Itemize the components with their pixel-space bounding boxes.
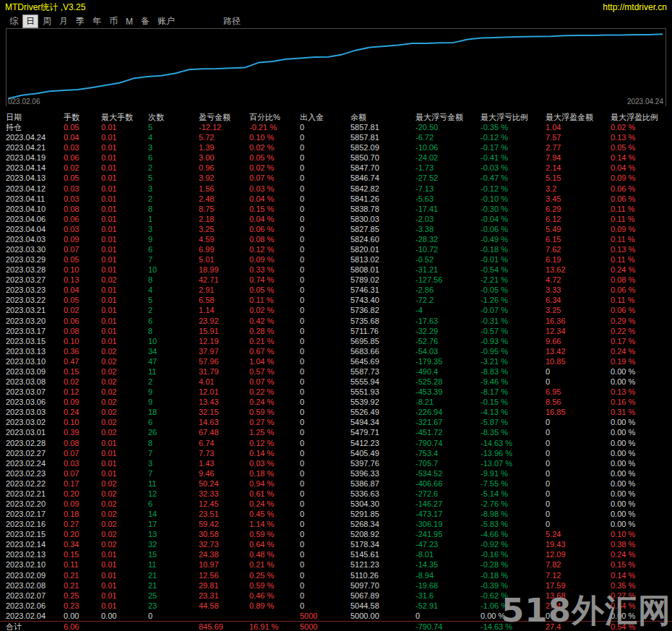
cell: 12	[148, 489, 199, 499]
cell: 0.01	[101, 591, 148, 601]
table-row[interactable]: 2023.03.130.360.023437.970.67 %05683.66-…	[0, 346, 672, 356]
cell: 2023.03.22	[6, 295, 64, 305]
table-row[interactable]: 2023.02.170.180.021423.510.45 %05291.85-…	[0, 509, 672, 519]
cell: 0.11 %	[611, 254, 672, 265]
cell: 0.06	[64, 214, 101, 224]
table-row[interactable]: 2023.03.200.060.01623.920.42 %05735.68-1…	[0, 316, 672, 326]
menu-item-weekly[interactable]: 周	[39, 14, 55, 28]
cell: 2023.03.10	[6, 356, 64, 366]
table-row[interactable]: 2023.04.190.060.0163.000.05 %05850.70-24…	[0, 153, 672, 163]
cell: -8.98 %	[481, 509, 546, 519]
equity-chart: 023.02.06 2023.04.24	[6, 28, 666, 106]
cell: -453.39	[415, 387, 481, 397]
mtdriver-url-link[interactable]: http://mtdriver.cn	[603, 2, 667, 12]
cell: 0.01	[101, 142, 148, 153]
table-row[interactable]: 2023.04.030.090.0194.590.08 %05824.60-28…	[0, 234, 672, 244]
cell: 0.18	[64, 509, 101, 519]
cell: 0.02 %	[249, 142, 300, 153]
table-row[interactable]: 2023.03.060.090.02913.430.24 %05539.92-8…	[0, 397, 672, 407]
table-row[interactable]: 2023.04.140.020.0120.960.02 %05847.70-1.…	[0, 163, 672, 173]
table-row[interactable]: 2023.03.150.100.011012.190.21 %05695.85-…	[0, 336, 672, 346]
menu-item-currency[interactable]: 币	[105, 14, 121, 28]
cell: 4.59	[199, 234, 249, 244]
table-row[interactable]: 2023.04.110.030.0122.480.04 %05841.26-5.…	[0, 194, 672, 204]
table-row[interactable]: 2023.03.100.470.024757.961.04 %05645.69-…	[0, 356, 672, 366]
table-row[interactable]: 2023.03.090.150.021131.790.57 %05587.73-…	[0, 366, 672, 377]
cell: -8.17 %	[481, 387, 546, 397]
menu-item-summary[interactable]: 综	[6, 14, 22, 28]
cell: 0	[300, 295, 350, 305]
cell: 2.48	[199, 194, 249, 204]
cell	[148, 622, 199, 631]
cell: -0.07 %	[481, 305, 546, 315]
menu-item-backup[interactable]: 备	[137, 14, 153, 28]
table-row[interactable]: 持仓0.050.015-12.12-0.21 %05857.81-20.50-0…	[0, 122, 672, 132]
menu-item-m[interactable]: M	[122, 16, 137, 27]
cell: 6.74	[199, 438, 249, 448]
table-row[interactable]: 2023.02.210.200.021232.330.61 %05336.63-…	[0, 489, 672, 499]
table-row[interactable]: 2023.04.040.030.0133.250.06 %05827.85-3.…	[0, 224, 672, 234]
cell: 6.99	[199, 244, 249, 254]
cell: 2023.04.12	[6, 184, 64, 194]
menu-item-yearly[interactable]: 年	[89, 14, 105, 28]
table-row[interactable]: 2023.03.220.050.0156.580.11 %05743.40-72…	[0, 295, 672, 305]
menu-item-quarterly[interactable]: 季	[72, 14, 88, 28]
menu-item-path[interactable]: 路径	[220, 14, 244, 28]
cell: -72.2	[415, 295, 481, 305]
cell: 5097.70	[350, 580, 415, 591]
table-row[interactable]: 2023.03.290.050.0175.010.09 %05813.02-0.…	[0, 254, 672, 265]
app-title: MTDriver统计 ,V3.25	[5, 1, 85, 14]
cell: 0.24	[64, 407, 101, 417]
cell: 0.12	[64, 387, 101, 397]
cell: -406.66	[415, 478, 481, 489]
table-row[interactable]: 2023.02.220.170.021150.240.94 %05386.87-…	[0, 478, 672, 489]
table-row[interactable]: 2023.03.210.020.0121.140.02 %05736.82-4-…	[0, 305, 672, 315]
table-row[interactable]: 2023.02.280.080.0186.740.12 %05412.23-79…	[0, 438, 672, 448]
cell: 3	[148, 184, 199, 194]
table-row[interactable]: 2023.02.230.070.0179.460.18 %05396.33-53…	[0, 468, 672, 478]
table-row[interactable]: 2023.02.090.210.012112.560.25 %05110.26-…	[0, 570, 672, 580]
cell: 0.20	[64, 489, 101, 499]
table-row[interactable]: 2023.03.010.390.022667.481.25 %05479.71-…	[0, 427, 672, 437]
cell: 2023.04.19	[6, 153, 64, 163]
table-row[interactable]: 2023.03.300.070.0166.990.12 %05820.01-10…	[0, 244, 672, 254]
table-row[interactable]: 2023.02.240.030.0131.430.03 %05397.76-70…	[0, 458, 672, 468]
cell: 8.75	[199, 204, 249, 214]
table-row[interactable]: 2023.03.280.100.011018.990.33 %05808.01-…	[0, 265, 672, 275]
table-row[interactable]: 2023.02.200.090.02612.450.24 %05304.30-1…	[0, 499, 672, 509]
menu-item-account[interactable]: 账户	[154, 14, 178, 28]
cell: -226.94	[415, 407, 481, 417]
cell: 24.38	[199, 549, 249, 559]
table-row[interactable]: 2023.02.140.340.023232.730.64 %05178.34-…	[0, 539, 672, 549]
cell: 5827.85	[350, 224, 415, 234]
table-row[interactable]: 2023.04.120.030.0131.560.03 %05842.82-7.…	[0, 184, 672, 194]
table-row[interactable]: 2023.02.130.150.011524.380.48 %05145.61-…	[0, 549, 672, 559]
table-row[interactable]: 2023.03.270.130.02842.710.74 %05789.02-1…	[0, 275, 672, 285]
table-row[interactable]: 2023.04.210.030.0131.390.02 %05852.09-10…	[0, 142, 672, 153]
menu-item-monthly[interactable]: 月	[56, 14, 72, 28]
cell: 17	[148, 519, 199, 529]
table-row[interactable]: 2023.02.160.270.021759.421.14 %05268.34-…	[0, 519, 672, 529]
table-row[interactable]: 2023.03.030.240.021832.150.59 %05526.49-…	[0, 407, 672, 417]
table-row[interactable]: 2023.03.170.080.01815.910.28 %05711.76-3…	[0, 326, 672, 336]
table-row[interactable]: 2023.04.060.060.0112.180.04 %05830.03-2.…	[0, 214, 672, 224]
menu-item-daily[interactable]: 日	[22, 14, 38, 28]
table-row[interactable]: 2023.04.100.080.0188.750.15 %05838.78-17…	[0, 204, 672, 214]
cell: 0	[546, 438, 611, 448]
cell: 0.21 %	[249, 336, 300, 346]
table-row[interactable]: 2023.02.100.110.011110.970.21 %05121.23-…	[0, 559, 672, 570]
cell: -52.76	[415, 336, 481, 346]
cell: 0.01	[101, 316, 148, 326]
table-row[interactable]: 2023.02.150.200.021330.580.59 %05208.92-…	[0, 529, 672, 539]
table-row[interactable]: 2023.03.070.120.02912.010.22 %05551.93-4…	[0, 387, 672, 397]
table-row[interactable]: 2023.04.240.040.0145.720.10 %05857.81-6.…	[0, 132, 672, 142]
cell: 2023.02.23	[6, 468, 64, 478]
table-row[interactable]: 2023.04.130.050.0153.920.07 %05846.74-27…	[0, 173, 672, 183]
table-row[interactable]: 2023.03.230.040.0142.910.05 %05746.31-2.…	[0, 285, 672, 295]
cell: 2023.02.14	[6, 539, 64, 549]
cell: 0.02	[101, 366, 148, 377]
table-row[interactable]: 2023.03.020.100.02614.630.27 %05494.34-3…	[0, 417, 672, 427]
table-row[interactable]: 2023.03.080.020.0224.010.07 %05555.94-52…	[0, 377, 672, 387]
cell: -0.01 %	[481, 254, 546, 265]
table-row[interactable]: 2023.02.270.070.0177.730.14 %05405.49-75…	[0, 448, 672, 458]
